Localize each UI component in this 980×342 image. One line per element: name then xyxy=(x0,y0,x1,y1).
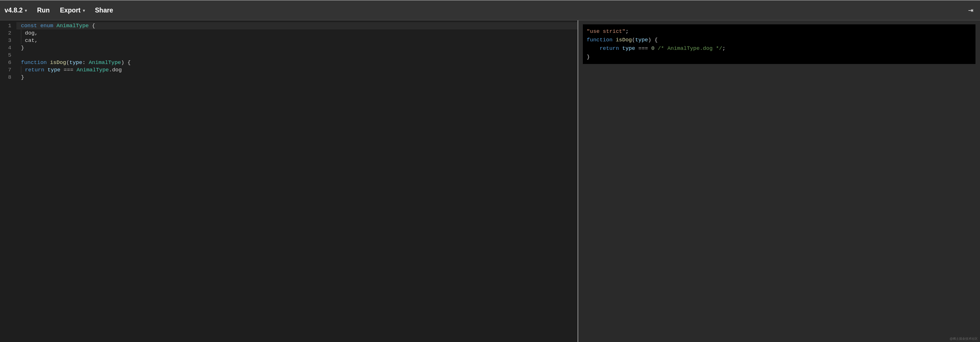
line-number: 3 xyxy=(3,37,11,44)
token: } xyxy=(21,74,24,80)
code-line[interactable] xyxy=(16,51,578,59)
token: AnimalType xyxy=(76,67,109,73)
code-line[interactable]: } xyxy=(16,73,578,81)
token: } xyxy=(587,54,590,60)
output-line: function isDog(type) { xyxy=(587,36,972,44)
token: ( xyxy=(66,59,69,66)
token: /* AnimalType.dog */ xyxy=(657,45,722,51)
line-number: 6 xyxy=(3,59,11,66)
output-line: "use strict"; xyxy=(587,27,972,36)
line-number: 8 xyxy=(3,73,11,81)
token: function xyxy=(21,59,50,66)
indent-guide xyxy=(21,37,21,44)
version-label: v4.8.2 xyxy=(5,6,23,14)
line-number: 1 xyxy=(3,22,11,29)
token: ; xyxy=(625,28,628,35)
indent-guide xyxy=(21,29,21,37)
token: ) { xyxy=(648,37,657,43)
token: return xyxy=(600,45,622,51)
token: { xyxy=(89,23,95,29)
token xyxy=(587,45,600,51)
token: , xyxy=(35,30,38,36)
export-button[interactable]: Export ▾ xyxy=(60,6,85,14)
code-line[interactable]: } xyxy=(16,44,578,51)
token: function xyxy=(587,37,616,43)
token: === xyxy=(60,67,76,73)
output-line: } xyxy=(587,52,972,61)
source-editor[interactable]: 12345678 const enum AnimalType {dog,cat,… xyxy=(0,21,578,342)
token: , xyxy=(35,37,38,44)
toolbar: v4.8.2 ▾ Run Export ▾ Share ⇥ xyxy=(0,0,980,21)
line-number: 2 xyxy=(3,29,11,37)
line-number: 4 xyxy=(3,44,11,51)
token: ; xyxy=(722,45,725,51)
token: : xyxy=(83,59,89,66)
output-pane: "use strict";function isDog(type) { retu… xyxy=(578,21,980,342)
token: "use strict" xyxy=(587,28,625,35)
chevron-down-icon: ▾ xyxy=(25,8,27,13)
run-button[interactable]: Run xyxy=(37,6,50,14)
token: type xyxy=(635,37,648,43)
code-line[interactable]: const enum AnimalType { xyxy=(16,22,578,29)
token: dog xyxy=(25,30,35,36)
version-select[interactable]: v4.8.2 ▾ xyxy=(5,6,27,14)
code-line[interactable]: return type === AnimalType.dog xyxy=(16,66,578,73)
line-number: 5 xyxy=(3,51,11,59)
code-line[interactable]: function isDog(type: AnimalType) { xyxy=(16,59,578,66)
line-number: 7 xyxy=(3,66,11,73)
token: type xyxy=(48,67,60,73)
token: dog xyxy=(112,67,122,73)
token: isDog xyxy=(616,37,632,43)
token: type xyxy=(622,45,635,51)
token: AnimalType xyxy=(56,23,89,29)
output-line: return type === 0 /* AnimalType.dog */; xyxy=(587,44,972,52)
code-line[interactable]: dog, xyxy=(16,29,578,37)
token: . xyxy=(109,67,112,73)
token: ) { xyxy=(121,59,131,66)
indent-guide xyxy=(21,66,21,73)
token: type xyxy=(69,59,83,66)
main-area: 12345678 const enum AnimalType {dog,cat,… xyxy=(0,21,980,342)
token: } xyxy=(21,45,24,51)
share-button[interactable]: Share xyxy=(95,6,113,14)
token: === xyxy=(635,45,651,51)
code-area[interactable]: const enum AnimalType {dog,cat,} functio… xyxy=(16,21,578,342)
token: isDog xyxy=(50,59,66,66)
line-gutter: 12345678 xyxy=(0,21,16,342)
collapse-output-icon[interactable]: ⇥ xyxy=(968,7,973,14)
token: cat xyxy=(25,37,35,44)
watermark-text: @稀土掘金技术社区 xyxy=(950,337,978,341)
token: AnimalType xyxy=(89,59,121,66)
token: const xyxy=(21,23,40,29)
token: ( xyxy=(632,37,635,43)
token: enum xyxy=(40,23,56,29)
token xyxy=(654,45,657,51)
chevron-down-icon: ▾ xyxy=(83,8,85,13)
app-root: v4.8.2 ▾ Run Export ▾ Share ⇥ 12345678 c… xyxy=(0,0,980,342)
token: 0 xyxy=(651,45,654,51)
token: return xyxy=(25,67,48,73)
output-code[interactable]: "use strict";function isDog(type) { retu… xyxy=(583,24,975,64)
code-line[interactable]: cat, xyxy=(16,37,578,44)
